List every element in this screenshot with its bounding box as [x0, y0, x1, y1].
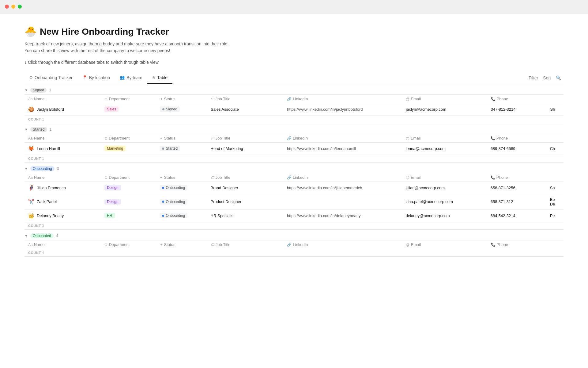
section-count-started: 1: [50, 127, 52, 132]
cell-email: zina.patel@acmecorp.com: [402, 194, 487, 209]
cell-extra: Ch: [546, 142, 564, 155]
person-name: Lenna Hamill: [37, 146, 60, 151]
window-bar: [0, 0, 588, 13]
th-status: ✦Status: [156, 94, 207, 103]
cell-email: delaney@acmecorp.com: [402, 209, 487, 222]
cell-status: Onboarding: [156, 194, 207, 209]
section-header-signed[interactable]: ▼ Signed 1: [24, 84, 564, 94]
tabs-row: ⊙ Onboarding Tracker 📍 By location 👥 By …: [24, 72, 564, 84]
close-dot[interactable]: [5, 5, 9, 9]
cell-email: lenna@acmecorp.com: [402, 142, 487, 155]
table-signed: AaName ⊙Department ✦Status 🏷Job Title 🔗L…: [24, 94, 564, 123]
person-emoji: 🦊: [28, 146, 34, 151]
cell-linkedin: [283, 194, 402, 209]
section-toggle-onboarding: ▼: [24, 167, 28, 171]
maximize-dot[interactable]: [18, 5, 22, 9]
dept-badge: Design: [104, 199, 121, 205]
linkedin-url: https://www.linkedin.com/in/lennahamill: [287, 146, 356, 151]
cell-department: HR: [101, 209, 156, 222]
sort-button[interactable]: Sort: [543, 75, 551, 80]
table-row[interactable]: 🍪 Jaclyn Botsford Sales Signed Sales Ass…: [24, 103, 564, 115]
cell-name: ✂️ Zack Padel: [24, 194, 101, 209]
th-jobtitle: 🏷Job Title: [207, 134, 283, 142]
cell-name: 👑 Delaney Beatty: [24, 209, 101, 222]
sections-container: ▼ Signed 1 AaName ⊙Department ✦Status 🏷J…: [24, 84, 564, 257]
person-name: Zack Padel: [37, 199, 57, 204]
th-email: @Email: [402, 240, 487, 249]
person-emoji: 👑: [28, 213, 34, 219]
onboarding-tracker-icon: ⊙: [29, 75, 33, 80]
filter-button[interactable]: Filter: [529, 75, 538, 80]
table-row[interactable]: 👑 Delaney Beatty HR Onboarding HR Specia…: [24, 209, 564, 222]
cell-name: 🍪 Jaclyn Botsford: [24, 103, 101, 115]
count-value: 1: [42, 117, 44, 121]
by-location-icon: 📍: [82, 75, 87, 80]
person-emoji: 🦸: [28, 185, 34, 191]
count-value: 1: [42, 157, 44, 160]
count-label: COUNT: [28, 157, 41, 160]
th-extra: [546, 134, 564, 142]
tab-by-location[interactable]: 📍 By location: [77, 72, 115, 84]
search-icon[interactable]: 🔍: [556, 75, 561, 80]
section-toggle-onboarded: ▼: [24, 234, 28, 238]
cell-extra: Sh: [547, 103, 564, 115]
th-jobtitle: 🏷Job Title: [207, 173, 283, 182]
count-cell: COUNT 3: [24, 222, 564, 229]
count-label: COUNT: [28, 251, 41, 255]
table-onboarded: AaName ⊙Department ✦Status 🏷Job Title 🔗L…: [24, 240, 564, 257]
cell-jobtitle: Sales Associate: [207, 103, 283, 115]
count-row-onboarded: COUNT 4: [24, 249, 564, 256]
section-header-onboarded[interactable]: ▼ Onboarded 4: [24, 230, 564, 240]
section-started: ▼ Started 1 AaName ⊙Department ✦Status 🏷…: [24, 123, 564, 163]
tab-onboarding-tracker[interactable]: ⊙ Onboarding Tracker: [24, 72, 77, 84]
cell-jobtitle: HR Specialist: [207, 209, 283, 222]
person-emoji: 🍪: [28, 106, 34, 112]
cell-status: Signed: [156, 103, 207, 115]
cell-linkedin: https://www.linkedin.com/in/lennahamill: [283, 142, 402, 155]
tabs-left: ⊙ Onboarding Tracker 📍 By location 👥 By …: [24, 72, 172, 84]
cell-name: 🦊 Lenna Hamill: [24, 142, 101, 155]
table-onboarding: AaName ⊙Department ✦Status 🏷Job Title 🔗L…: [24, 173, 564, 230]
person-emoji: ✂️: [28, 199, 34, 205]
th-name: AaName: [24, 240, 101, 249]
cell-linkedin: https://www.linkedin.com/in/jaclynnbotsf…: [283, 103, 402, 115]
th-department: ⊙Department: [101, 240, 156, 249]
section-badge-onboarding: Onboarding: [30, 166, 55, 171]
tab-by-team[interactable]: 👥 By team: [115, 72, 147, 84]
section-count-onboarded: 4: [56, 233, 58, 238]
count-value: 3: [42, 224, 44, 228]
cell-email: jillian@acmecorp.com: [402, 182, 487, 194]
section-badge-signed: Signed: [30, 88, 47, 93]
cell-status: Started: [156, 142, 207, 155]
th-phone: 📞Phone: [487, 134, 546, 142]
section-toggle-started: ▼: [24, 128, 28, 131]
linkedin-url: https://www.linkedin.com/in/delaneybeatt…: [287, 213, 361, 218]
cell-extra: Pe: [546, 209, 564, 222]
status-badge: Onboarding: [160, 199, 187, 205]
dept-badge: Design: [104, 185, 121, 190]
th-jobtitle: 🏷Job Title: [207, 240, 283, 249]
minimize-dot[interactable]: [11, 5, 15, 9]
page-title: New Hire Onboarding Tracker: [40, 26, 169, 37]
section-header-started[interactable]: ▼ Started 1: [24, 123, 564, 134]
tab-table[interactable]: ≋ Table: [147, 72, 172, 84]
cell-department: Design: [101, 182, 156, 194]
page-content: 🐣 New Hire Onboarding Tracker Keep track…: [0, 13, 588, 269]
count-cell: COUNT 1: [24, 155, 564, 162]
count-cell: COUNT 1: [24, 115, 564, 123]
table-row[interactable]: 🦊 Lenna Hamill Marketing Started Head of…: [24, 142, 564, 155]
status-badge: Onboarding: [160, 185, 187, 190]
cell-status: Onboarding: [156, 182, 207, 194]
th-jobtitle: 🏷Job Title: [207, 94, 283, 103]
section-badge-started: Started: [30, 127, 47, 132]
section-header-onboarding[interactable]: ▼ Onboarding 3: [24, 163, 564, 173]
status-badge: Signed: [160, 106, 180, 112]
section-toggle-signed: ▼: [24, 88, 28, 92]
table-row[interactable]: 🦸 Jillian Emmerich Design Onboarding Bra…: [24, 182, 564, 194]
count-value: 4: [42, 251, 44, 255]
th-linkedin: 🔗LinkedIn: [283, 134, 402, 142]
cell-department: Marketing: [101, 142, 156, 155]
th-department: ⊙Department: [101, 173, 156, 182]
status-dot-icon: [162, 187, 164, 189]
table-row[interactable]: ✂️ Zack Padel Design Onboarding Product …: [24, 194, 564, 209]
